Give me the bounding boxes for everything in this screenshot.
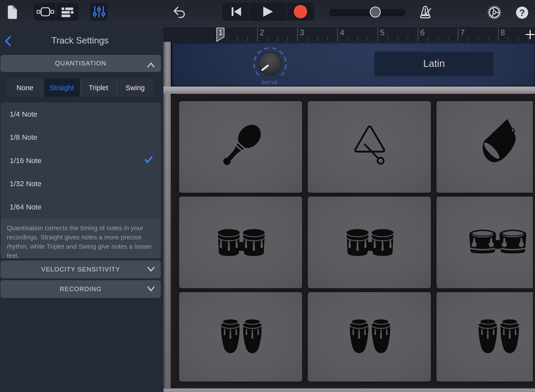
svg-text:7: 7	[460, 28, 465, 37]
svg-text:5: 5	[380, 28, 384, 37]
svg-text:8: 8	[500, 28, 505, 37]
svg-text:6: 6	[420, 28, 425, 37]
svg-text:2: 2	[260, 28, 264, 37]
svg-text:3: 3	[300, 28, 304, 37]
svg-text:1: 1	[218, 28, 223, 37]
svg-text:4: 4	[340, 28, 344, 37]
